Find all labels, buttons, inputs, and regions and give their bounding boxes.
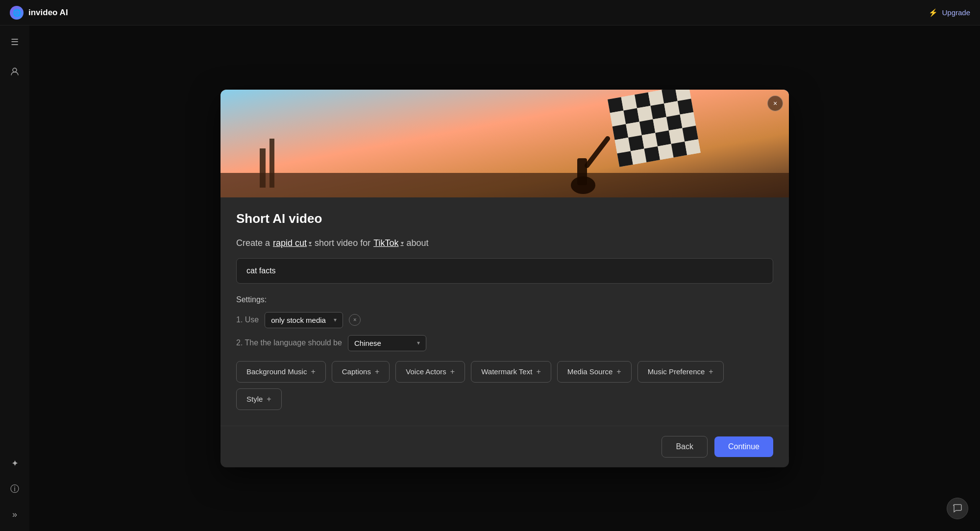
back-label: Back — [676, 442, 693, 451]
svg-rect-31 — [669, 128, 685, 144]
svg-rect-4 — [220, 173, 789, 197]
svg-rect-26 — [680, 112, 696, 127]
settings-label: Settings: — [236, 295, 773, 304]
svg-rect-13 — [662, 90, 677, 103]
watermark-text-label: Watermark Text — [481, 367, 532, 376]
svg-rect-11 — [635, 92, 650, 108]
background-music-button[interactable]: Background Music + — [236, 361, 326, 383]
svg-rect-10 — [621, 95, 637, 110]
clear-icon: × — [353, 316, 357, 323]
continue-label: Continue — [728, 442, 760, 451]
setting-row-1: 1. Use only stock media ▾ × — [236, 312, 773, 328]
chat-button[interactable] — [947, 498, 968, 519]
background-music-plus-icon: + — [311, 367, 315, 376]
captions-plus-icon: + — [375, 367, 379, 376]
svg-rect-37 — [671, 141, 687, 157]
topic-input[interactable] — [236, 258, 773, 284]
language-chevron-icon: ▾ — [417, 339, 420, 346]
svg-rect-24 — [653, 117, 668, 132]
star-icon[interactable]: ✦ — [6, 455, 24, 472]
svg-rect-20 — [678, 98, 693, 114]
svg-point-0 — [13, 68, 17, 72]
modal-close-button[interactable]: × — [767, 96, 783, 111]
media-source-label: Media Source — [567, 367, 613, 376]
clear-setting-1-button[interactable]: × — [349, 314, 361, 326]
svg-rect-29 — [642, 133, 658, 148]
platform-dropdown[interactable]: TikTok ▾ — [373, 238, 403, 248]
svg-rect-28 — [628, 135, 644, 150]
voice-actors-button[interactable]: Voice Actors + — [395, 361, 465, 383]
svg-rect-15 — [610, 110, 626, 126]
media-source-button[interactable]: Media Source + — [557, 361, 632, 383]
close-icon: × — [773, 99, 777, 107]
svg-rect-30 — [655, 130, 671, 146]
svg-rect-33 — [617, 151, 633, 167]
media-type-chevron-icon: ▾ — [334, 316, 337, 323]
language-label: Chinese — [354, 339, 381, 347]
watermark-text-button[interactable]: Watermark Text + — [471, 361, 551, 383]
style-dropdown[interactable]: rapid cut ▾ — [273, 238, 312, 248]
content-area: × Short AI video Create a rapid cut ▾ sh… — [29, 25, 980, 531]
info-icon[interactable]: ⓘ — [6, 480, 24, 498]
svg-rect-35 — [644, 146, 660, 162]
prompt-middle: short video for — [315, 238, 370, 248]
platform-chevron-icon: ▾ — [401, 240, 404, 246]
upgrade-button[interactable]: ⚡ Upgrade — [929, 8, 970, 17]
svg-rect-32 — [682, 125, 698, 141]
style-button[interactable]: Style + — [236, 388, 282, 410]
upgrade-label: Upgrade — [942, 8, 970, 17]
voice-actors-plus-icon: + — [450, 367, 455, 376]
svg-rect-18 — [651, 103, 666, 119]
modal-header-image: × — [220, 90, 789, 197]
prompt-line: Create a rapid cut ▾ short video for Tik… — [236, 238, 773, 248]
modal-title: Short AI video — [236, 211, 773, 226]
svg-rect-17 — [637, 105, 653, 121]
style-label-btn: Style — [246, 395, 263, 403]
prompt-suffix: about — [407, 238, 429, 248]
setting-1-number: 1. Use — [236, 315, 259, 324]
logo[interactable]: 🌐 invideo AI — [10, 6, 68, 20]
svg-rect-21 — [612, 124, 628, 140]
upgrade-icon: ⚡ — [929, 8, 938, 17]
menu-icon[interactable]: ☰ — [6, 33, 24, 51]
logo-icon: 🌐 — [10, 6, 24, 20]
topbar: 🌐 invideo AI ⚡ Upgrade — [0, 0, 980, 25]
music-preference-button[interactable]: Music Preference + — [637, 361, 724, 383]
svg-rect-23 — [639, 119, 655, 135]
media-type-dropdown[interactable]: only stock media ▾ — [265, 312, 343, 328]
svg-rect-27 — [615, 137, 631, 153]
modal-body: Short AI video Create a rapid cut ▾ shor… — [220, 197, 789, 426]
user-icon[interactable] — [6, 63, 24, 80]
back-button[interactable]: Back — [662, 436, 708, 458]
platform-label: TikTok — [373, 238, 398, 248]
language-dropdown[interactable]: Chinese ▾ — [348, 335, 426, 351]
continue-button[interactable]: Continue — [714, 436, 773, 457]
media-source-plus-icon: + — [616, 367, 621, 376]
svg-rect-16 — [623, 108, 639, 123]
svg-rect-22 — [626, 121, 641, 137]
svg-rect-6 — [577, 158, 587, 185]
captions-label: Captions — [342, 367, 371, 376]
music-preference-plus-icon: + — [709, 367, 713, 376]
modal-footer: Back Continue — [220, 426, 789, 467]
watermark-text-plus-icon: + — [536, 367, 540, 376]
svg-rect-9 — [608, 97, 623, 113]
modal-dialog: × Short AI video Create a rapid cut ▾ sh… — [220, 90, 789, 467]
svg-rect-38 — [685, 139, 700, 155]
music-preference-label: Music Preference — [648, 367, 705, 376]
setting-2-prefix: 2. The the language should be — [236, 338, 342, 347]
background-music-label: Background Music — [246, 367, 307, 376]
media-type-label: only stock media — [271, 316, 326, 324]
svg-rect-36 — [658, 144, 673, 159]
setting-row-2: 2. The the language should be Chinese ▾ — [236, 335, 773, 351]
captions-button[interactable]: Captions + — [332, 361, 390, 383]
style-plus-icon: + — [267, 395, 271, 404]
svg-rect-34 — [631, 148, 646, 164]
style-chevron-icon: ▾ — [309, 240, 312, 246]
svg-rect-12 — [648, 90, 664, 105]
collapse-icon[interactable]: » — [6, 506, 24, 523]
svg-rect-25 — [666, 114, 682, 130]
style-label: rapid cut — [273, 238, 307, 248]
prompt-prefix: Create a — [236, 238, 270, 248]
add-buttons-container: Background Music + Captions + Voice Acto… — [236, 361, 773, 410]
